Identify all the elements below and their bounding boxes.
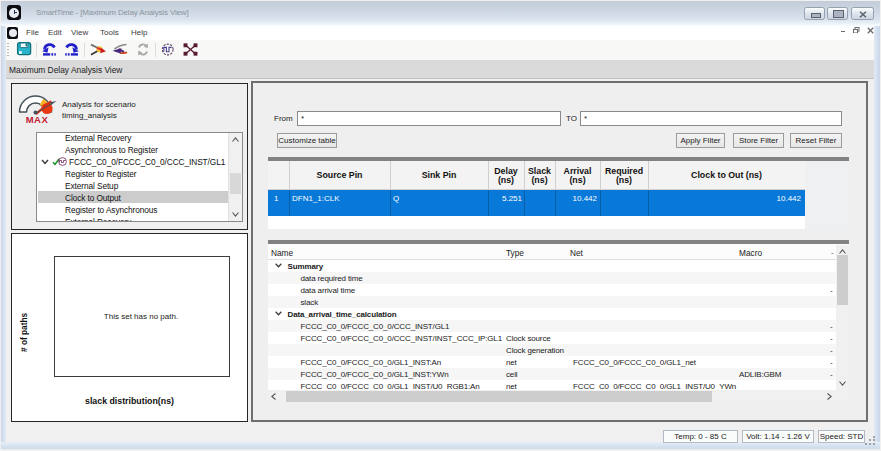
svg-text:MAX: MAX (26, 114, 49, 125)
